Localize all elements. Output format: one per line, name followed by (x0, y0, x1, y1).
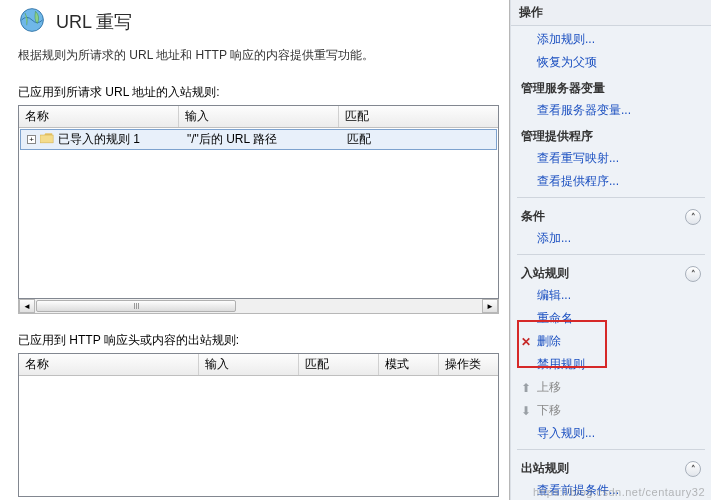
scroll-left-icon[interactable]: ◄ (19, 299, 35, 313)
inbound-rules-grid: 名称 输入 匹配 + 已导入的规则 1 "/"后的 URL 路径 匹配 (18, 105, 499, 299)
view-providers-link[interactable]: 查看提供程序... (511, 170, 711, 193)
svg-rect-1 (40, 135, 53, 143)
delete-icon: ✕ (519, 335, 533, 349)
rule-name: 已导入的规则 1 (58, 131, 140, 148)
col-match-header[interactable]: 匹配 (299, 354, 379, 375)
arrow-up-icon: ⬆ (519, 381, 533, 395)
outbound-section-label: 已应用到 HTTP 响应头或内容的出站规则: (18, 332, 499, 349)
col-input-header[interactable]: 输入 (179, 106, 339, 127)
manage-vars-title: 管理服务器变量 (511, 74, 711, 99)
page-title: URL 重写 (56, 10, 132, 34)
outbound-grid-body[interactable] (19, 376, 498, 496)
conditions-title[interactable]: 条件 ˄ (511, 202, 711, 227)
col-name-header[interactable]: 名称 (19, 106, 179, 127)
arrow-down-icon: ⬇ (519, 404, 533, 418)
inbound-scrollbar[interactable]: ◄ ► (18, 299, 499, 314)
col-input-header[interactable]: 输入 (199, 354, 299, 375)
import-rules-link[interactable]: 导入规则... (511, 422, 711, 445)
col-name-header[interactable]: 名称 (19, 354, 199, 375)
scroll-right-icon[interactable]: ► (482, 299, 498, 313)
add-rule-link[interactable]: 添加规则... (511, 28, 711, 51)
view-server-vars-link[interactable]: 查看服务器变量... (511, 99, 711, 122)
rule-match: 匹配 (341, 130, 496, 149)
restore-parent-link[interactable]: 恢复为父项 (511, 51, 711, 74)
actions-panel-title: 操作 (511, 0, 711, 26)
collapse-icon[interactable]: ˄ (685, 461, 701, 477)
col-op-header[interactable]: 操作类 (439, 354, 498, 375)
inbound-grid-header: 名称 输入 匹配 (19, 106, 498, 128)
inbound-grid-body[interactable]: + 已导入的规则 1 "/"后的 URL 路径 匹配 (19, 128, 498, 298)
view-rewrite-map-link[interactable]: 查看重写映射... (511, 147, 711, 170)
inbound-section-label: 已应用到所请求 URL 地址的入站规则: (18, 84, 499, 101)
edit-rule-link[interactable]: 编辑... (511, 284, 711, 307)
providers-title: 管理提供程序 (511, 122, 711, 147)
move-up-link: ⬆ 上移 (511, 376, 711, 399)
col-match-header[interactable]: 匹配 (339, 106, 498, 127)
outbound-rules-grid: 名称 输入 匹配 模式 操作类 (18, 353, 499, 497)
disable-rule-link[interactable]: 禁用规则 (511, 353, 711, 376)
globe-icon (18, 6, 46, 37)
page-description: 根据规则为所请求的 URL 地址和 HTTP 响应的内容提供重写功能。 (18, 47, 499, 64)
collapse-icon[interactable]: ˄ (685, 209, 701, 225)
scroll-thumb[interactable] (36, 300, 236, 312)
page-header: URL 重写 (18, 6, 499, 37)
rename-rule-link[interactable]: 重命名 (511, 307, 711, 330)
watermark: https://blog.csdn.net/centaury32 (533, 486, 705, 498)
rule-input: "/"后的 URL 路径 (181, 130, 341, 149)
outbound-rules-title[interactable]: 出站规则 ˄ (511, 454, 711, 479)
expand-icon[interactable]: + (27, 135, 36, 144)
actions-panel: 操作 添加规则... 恢复为父项 管理服务器变量 查看服务器变量... 管理提供… (510, 0, 711, 500)
move-down-link: ⬇ 下移 (511, 399, 711, 422)
collapse-icon[interactable]: ˄ (685, 266, 701, 282)
delete-rule-link[interactable]: ✕ 删除 (511, 330, 711, 353)
outbound-grid-header: 名称 输入 匹配 模式 操作类 (19, 354, 498, 376)
folder-icon (40, 133, 54, 147)
table-row[interactable]: + 已导入的规则 1 "/"后的 URL 路径 匹配 (20, 129, 497, 150)
col-mode-header[interactable]: 模式 (379, 354, 439, 375)
inbound-rules-title[interactable]: 入站规则 ˄ (511, 259, 711, 284)
add-condition-link[interactable]: 添加... (511, 227, 711, 250)
